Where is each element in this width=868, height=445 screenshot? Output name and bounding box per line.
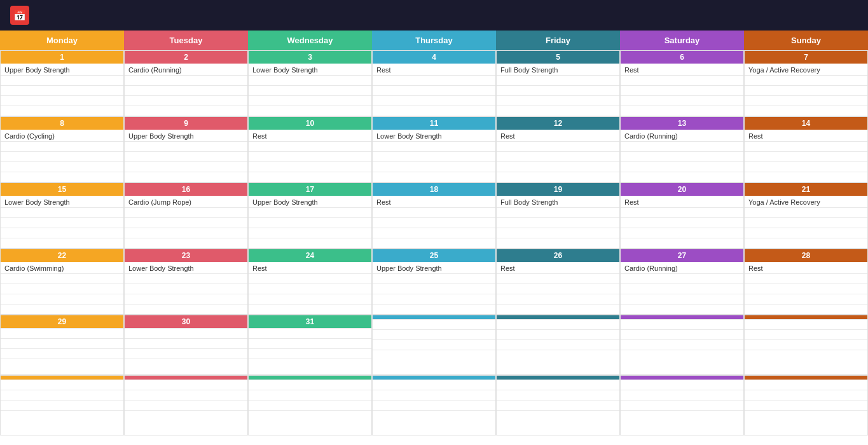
cell-activity: Upper Body Strength [125,130,247,141]
cell-line [621,319,743,329]
cell-lines [249,380,371,420]
cell-line [621,85,743,95]
cell-line [621,329,743,339]
cell-line [125,338,247,348]
cell-line [1,359,123,369]
cal-cell-w5-d5 [620,375,744,435]
cal-cell-w3-d2: 24Rest [248,249,372,315]
cell-date: 17 [249,183,371,196]
cell-line [249,106,371,116]
cell-activity: Upper Body Strength [1,64,123,75]
cell-line [1,410,123,420]
cell-line [497,400,619,410]
cell-line [745,284,867,294]
cell-line [373,106,495,116]
cell-line [621,273,743,284]
day-header-wednesday: Wednesday [248,31,372,50]
cell-activity: Lower Body Strength [373,130,495,141]
cell-activity: Full Body Strength [497,64,619,75]
cell-line [745,319,867,329]
cell-line [745,85,867,95]
cell-lines [1,380,123,420]
cell-date: 25 [373,249,495,262]
cell-date: 21 [745,183,867,196]
cell-activity: Rest [621,64,743,75]
cal-cell-w3-d3: 25Upper Body Strength [372,249,496,315]
cell-line [373,207,495,217]
cell-line [125,284,247,294]
cell-activity: Rest [497,262,619,273]
cell-line [249,161,371,172]
cal-cell-w0-d1: 2Cardio (Running) [124,50,248,116]
cell-line [497,238,619,248]
cell-date: 29 [1,315,123,328]
cell-line [497,329,619,339]
cell-lines [373,273,495,314]
cal-cell-w2-d3: 18Rest [372,182,496,249]
cell-line [745,238,867,248]
cell-date: 1 [1,51,123,64]
cell-line [373,238,495,248]
cal-cell-w4-d0: 29 [0,315,124,375]
cell-line [621,141,743,151]
cell-lines [1,207,123,248]
cal-cell-w5-d1 [124,375,248,435]
cell-line [125,390,247,400]
cell-line [125,141,247,151]
cell-line [621,294,743,304]
cell-line [621,207,743,217]
cell-line [497,284,619,294]
cell-line [249,294,371,304]
cell-line [621,95,743,106]
cell-date: 11 [373,117,495,130]
cal-cell-w0-d3: 4Rest [372,50,496,116]
cell-line [745,329,867,339]
app-icon: 📅 [10,6,29,25]
cell-lines [125,273,247,314]
cell-line [497,273,619,284]
cell-line [1,151,123,161]
cell-lines [249,328,371,369]
cell-date: 7 [745,51,867,64]
cell-line [497,294,619,304]
cell-date: 31 [249,315,371,328]
cell-line [621,217,743,228]
cell-line [125,151,247,161]
cell-date: 6 [621,51,743,64]
cell-lines [373,141,495,182]
day-header-friday: Friday [496,31,620,50]
cell-line [745,410,867,420]
cell-lines [497,380,619,420]
cell-activity: Full Body Strength [497,196,619,207]
cell-line [249,75,371,85]
cell-line [497,95,619,106]
cell-line [249,141,371,151]
cell-line [745,294,867,304]
cell-line [373,228,495,238]
cell-line [373,217,495,228]
cell-lines [373,319,495,360]
cell-line [373,95,495,106]
cell-date: 20 [621,183,743,196]
cell-date: 2 [125,51,247,64]
cell-lines [1,75,123,116]
cell-line [1,304,123,314]
cell-line [373,319,495,329]
cell-line [125,207,247,217]
cell-lines [621,75,743,116]
cal-cell-w5-d2 [248,375,372,435]
cell-lines [1,328,123,369]
cell-line [497,207,619,217]
cell-lines [745,75,867,116]
cell-activity: Rest [373,196,495,207]
cell-line [125,410,247,420]
cell-line [497,350,619,360]
cell-line [745,207,867,217]
cell-line [373,75,495,85]
cell-line [249,217,371,228]
cell-line [125,273,247,284]
cell-date: 18 [373,183,495,196]
cell-date: 4 [373,51,495,64]
cell-line [497,75,619,85]
cell-lines [125,207,247,248]
